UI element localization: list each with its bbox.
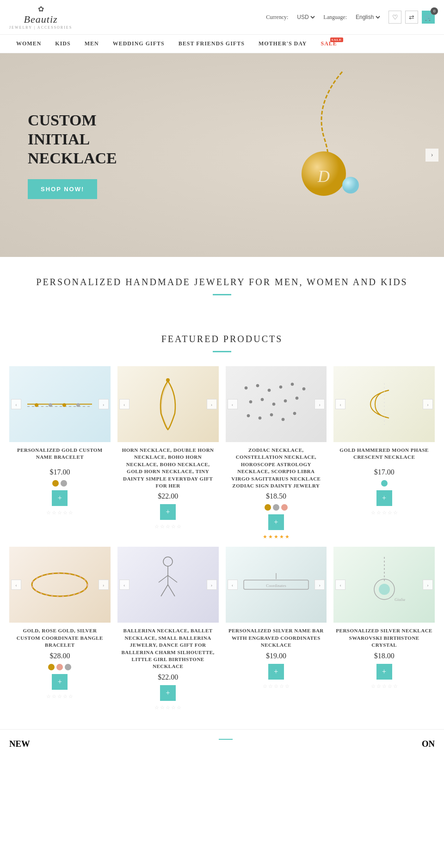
nav-item-kids[interactable]: KIDS xyxy=(48,35,77,53)
nav-item-women[interactable]: WOMEN xyxy=(9,35,48,53)
swatch-rose[interactable] xyxy=(281,504,288,511)
swatch-silver[interactable] xyxy=(61,480,67,487)
wishlist-icon-btn[interactable]: ♡ xyxy=(388,11,401,24)
product-price-ballerina: $22.00 xyxy=(158,673,178,681)
svg-line-34 xyxy=(168,585,175,596)
footer-divider xyxy=(219,739,233,740)
featured-products-section: FEATURED PRODUCTS ‹›PERSONALIZED GOLD CU… xyxy=(0,309,444,720)
swatch-gold[interactable] xyxy=(52,480,59,487)
nav-item-sale[interactable]: SALESALE xyxy=(314,35,344,53)
product-prev-btn[interactable]: ‹ xyxy=(228,580,238,590)
tagline-section: PERSONALIZED HANDMADE JEWELRY FOR MEN, W… xyxy=(0,275,444,295)
add-to-cart-btn-horn[interactable]: + xyxy=(160,504,176,520)
svg-line-31 xyxy=(159,575,168,582)
star-1: ☆ xyxy=(371,683,376,689)
swatch-rose[interactable] xyxy=(56,664,63,670)
product-next-btn[interactable]: › xyxy=(423,399,433,409)
product-image-birthstone: ‹Giulia› xyxy=(333,547,435,623)
product-next-btn[interactable]: › xyxy=(314,399,325,409)
product-price-horn: $22.00 xyxy=(158,492,178,500)
svg-point-19 xyxy=(284,400,287,402)
product-prev-btn[interactable]: ‹ xyxy=(119,580,130,590)
product-prev-btn[interactable]: ‹ xyxy=(11,399,21,409)
hero-shop-btn[interactable]: SHOP NOW! xyxy=(28,179,97,199)
product-price-namebar: $19.00 xyxy=(266,652,286,660)
swatch-gold[interactable] xyxy=(265,504,271,511)
hero-title: CUSTOM INITIAL NECKLACE xyxy=(28,111,157,168)
product-prev-btn[interactable]: ‹ xyxy=(335,580,345,590)
star-3: ☆ xyxy=(274,683,278,689)
star-1: ☆ xyxy=(154,524,159,530)
product-next-btn[interactable]: › xyxy=(99,399,109,409)
product-next-btn[interactable]: › xyxy=(99,580,109,590)
product-next-btn[interactable]: › xyxy=(207,399,217,409)
star-5: ☆ xyxy=(393,510,398,516)
swatch-silver[interactable] xyxy=(65,664,71,670)
add-to-cart-btn-moon[interactable]: + xyxy=(376,490,392,506)
product-next-btn[interactable]: › xyxy=(314,580,325,590)
svg-point-7 xyxy=(62,403,66,407)
star-2: ☆ xyxy=(376,683,381,689)
swatch-gold[interactable] xyxy=(48,664,55,670)
product-card-horn: ‹›HORN NECKLACE, DOUBLE HORN NECKLACE, B… xyxy=(117,366,219,540)
svg-point-25 xyxy=(293,412,296,415)
site-logo[interactable]: ✿ Beautiz JEWELRY | ACCESSORIES xyxy=(9,5,72,30)
product-next-btn[interactable]: › xyxy=(423,580,433,590)
star-rating-bangle: ☆☆☆☆☆ xyxy=(46,693,73,699)
compare-icon-btn[interactable]: ⇄ xyxy=(405,11,418,24)
product-image-bangle: ‹› xyxy=(9,547,111,623)
star-4: ☆ xyxy=(171,705,176,711)
product-prev-btn[interactable]: ‹ xyxy=(11,580,21,590)
product-prev-btn[interactable]: ‹ xyxy=(119,399,130,409)
nav-item-mother's-day[interactable]: MOTHER'S DAY xyxy=(252,35,314,53)
svg-point-23 xyxy=(270,413,273,416)
product-image-namebar: ‹Coordinates› xyxy=(226,547,327,623)
hero-next-btn[interactable]: › xyxy=(426,149,438,162)
product-prev-btn[interactable]: ‹ xyxy=(335,399,345,409)
product-prev-btn[interactable]: ‹ xyxy=(228,399,238,409)
nav-item-best-friends-gifts[interactable]: BEST FRIENDS GIFTS xyxy=(172,35,252,53)
hero-jewelry-visual: D xyxy=(268,67,416,243)
footer-col2-title: ON xyxy=(422,739,435,749)
swatch-silver[interactable] xyxy=(273,504,279,511)
add-to-cart-btn-bangle[interactable]: + xyxy=(52,674,68,690)
svg-text:Coordinates: Coordinates xyxy=(266,583,286,588)
nav-item-wedding-gifts[interactable]: WEDDING GIFTS xyxy=(106,35,172,53)
featured-title: FEATURED PRODUCTS xyxy=(18,332,426,345)
add-to-cart-btn-zodiac[interactable]: + xyxy=(268,514,284,530)
product-card-bangle: ‹›GOLD, ROSE GOLD, SILVER CUSTOM COORDIN… xyxy=(9,547,111,710)
svg-point-9 xyxy=(166,378,170,382)
star-2: ☆ xyxy=(52,510,56,516)
product-title-bangle: GOLD, ROSE GOLD, SILVER CUSTOM COORDINAT… xyxy=(9,627,111,649)
swatch-teal[interactable] xyxy=(381,480,388,487)
nav-item-men[interactable]: MEN xyxy=(78,35,106,53)
cart-icon-btn[interactable]: 🛒 0 xyxy=(422,11,435,24)
footer-preview: NEW ON xyxy=(0,729,444,754)
star-1: ☆ xyxy=(154,705,159,711)
add-to-cart-btn-birthstone[interactable]: + xyxy=(376,664,392,680)
star-5: ☆ xyxy=(285,683,290,689)
product-swatches-moon xyxy=(381,480,388,487)
tagline-divider xyxy=(213,294,231,295)
product-price-birthstone: $18.00 xyxy=(374,652,395,660)
language-label: Language: xyxy=(323,14,347,21)
add-to-cart-btn-namebar[interactable]: + xyxy=(268,664,284,680)
site-header: ✿ Beautiz JEWELRY | ACCESSORIES Currency… xyxy=(0,0,444,35)
currency-select[interactable]: USD EUR GBP xyxy=(295,13,316,21)
svg-point-13 xyxy=(279,386,282,388)
star-3: ☆ xyxy=(57,693,62,699)
star-rating-zodiac: ★★★★★ xyxy=(263,534,290,540)
star-2: ☆ xyxy=(52,693,56,699)
language-select[interactable]: English French xyxy=(354,13,382,21)
add-to-cart-btn-bracelet[interactable]: + xyxy=(52,490,68,506)
add-to-cart-btn-ballerina[interactable]: + xyxy=(160,685,176,701)
product-image-bracelet: ‹› xyxy=(9,366,111,442)
star-1: ☆ xyxy=(46,693,51,699)
svg-point-6 xyxy=(49,403,52,407)
hero-content: CUSTOM INITIAL NECKLACE SHOP NOW! xyxy=(0,93,185,217)
star-rating-bracelet: ☆☆☆☆☆ xyxy=(46,510,73,516)
product-next-btn[interactable]: › xyxy=(207,580,217,590)
svg-point-18 xyxy=(272,403,275,406)
svg-point-24 xyxy=(282,418,284,421)
svg-line-32 xyxy=(168,575,177,582)
